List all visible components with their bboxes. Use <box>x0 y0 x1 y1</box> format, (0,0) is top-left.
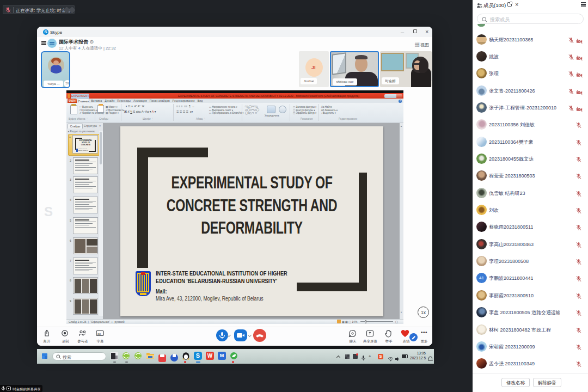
svg-text:cc: cc <box>97 332 101 335</box>
